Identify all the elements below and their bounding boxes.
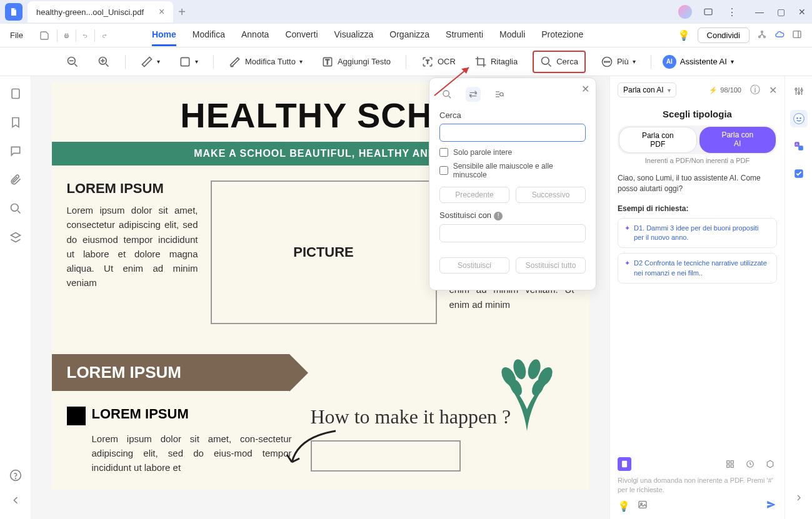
grid-icon[interactable] [723, 457, 737, 471]
search-mode-icon[interactable] [439, 87, 454, 102]
search-input[interactable] [439, 124, 586, 142]
svg-rect-26 [12, 89, 19, 99]
svg-text:T: T [426, 59, 429, 65]
collapse-icon[interactable] [9, 494, 22, 507]
undo-icon[interactable] [76, 29, 88, 42]
tab-modifica[interactable]: Modifica [193, 24, 225, 46]
search-tool[interactable]: Cerca [533, 51, 586, 73]
search-sidebar-icon[interactable] [9, 202, 22, 215]
document-tab[interactable]: healthy-green...ool_Unisci.pdf × [28, 1, 173, 22]
new-tab-button[interactable]: + [178, 5, 186, 19]
lightbulb-icon[interactable]: 💡 [678, 29, 690, 41]
tab-protezione[interactable]: Protezione [541, 24, 583, 46]
cloud-icon[interactable] [774, 29, 784, 42]
svg-point-58 [443, 91, 449, 96]
sliders-icon[interactable] [790, 82, 808, 100]
document-context-icon[interactable] [618, 457, 631, 471]
replace-button[interactable]: Sostituisci [439, 257, 509, 274]
replace-all-button[interactable]: Sostituisci tutto [516, 257, 586, 274]
more-tool[interactable]: Più▾ [597, 53, 639, 71]
picture-placeholder: PICTURE [211, 180, 437, 324]
checkmark-icon[interactable] [790, 165, 808, 182]
save-icon[interactable] [38, 29, 51, 42]
crop-tool[interactable]: Ritaglia [471, 53, 521, 71]
shape-tool[interactable]: ▾ [175, 53, 202, 71]
close-icon[interactable]: ✕ [797, 7, 807, 17]
ai-subtitle: Inerenti a PDF/Non inerenti a PDF [618, 157, 777, 164]
expand-icon[interactable] [790, 489, 808, 507]
settings-hex-icon[interactable] [763, 457, 777, 471]
zoom-in-button[interactable] [94, 53, 114, 71]
replace-mode-icon[interactable] [466, 87, 481, 102]
bookmarks-icon[interactable] [9, 116, 22, 129]
more-vertical-icon[interactable]: ⋮ [724, 4, 739, 19]
thumbnails-icon[interactable] [9, 87, 22, 100]
svg-point-52 [796, 117, 798, 119]
close-search-icon[interactable]: ✕ [581, 83, 589, 95]
svg-line-64 [503, 96, 503, 96]
toggle-pdf-mode[interactable]: Parla conPDF [619, 127, 697, 153]
svg-line-21 [549, 64, 551, 66]
comments-icon[interactable] [9, 145, 22, 157]
next-button[interactable]: Successivo [516, 187, 586, 203]
tab-annota[interactable]: Annota [241, 24, 269, 46]
image-icon[interactable] [638, 500, 648, 512]
column1-text: Lorem ipsum dolor sit amet, consectetur … [67, 203, 198, 290]
ai-mode-select[interactable]: Parla con AI▾ [618, 82, 676, 97]
attachments-icon[interactable] [9, 174, 22, 186]
app-logo-icon [5, 3, 23, 21]
add-text-tool[interactable]: TAggiungi Testo [318, 53, 394, 71]
close-tab-icon[interactable]: × [159, 6, 164, 17]
translate-icon[interactable]: A [790, 137, 808, 155]
lightbulb-small-icon[interactable]: 💡 [618, 500, 630, 512]
example-prompt-2[interactable]: ✦D2 Confronta le tecniche narrative util… [618, 253, 777, 284]
history-icon[interactable] [743, 457, 757, 471]
info-icon[interactable]: ! [494, 212, 503, 220]
replace-label: Sostituisci con! [439, 210, 586, 220]
tab-converti[interactable]: Converti [285, 24, 318, 46]
minimize-icon[interactable]: — [754, 7, 764, 17]
svg-line-11 [74, 64, 77, 66]
edit-all-tool[interactable]: Modifica Tutto▾ [225, 53, 306, 71]
user-avatar[interactable] [678, 5, 692, 19]
tab-moduli[interactable]: Moduli [499, 24, 525, 46]
tab-visualizza[interactable]: Visualizza [334, 24, 374, 46]
sparkle-icon: ✦ [624, 259, 630, 278]
toggle-ai-mode[interactable]: Parla conAI [699, 127, 776, 153]
svg-rect-55 [798, 146, 803, 151]
ai-assistant-button[interactable]: AIAssistente AI▾ [663, 55, 734, 69]
highlighter-tool[interactable]: ▾ [137, 53, 164, 71]
tab-organizza[interactable]: Organizza [389, 24, 429, 46]
close-ai-icon[interactable]: ✕ [769, 84, 777, 96]
maximize-icon[interactable]: ▢ [776, 7, 786, 17]
tab-strumenti[interactable]: Strumenti [446, 24, 483, 46]
svg-rect-39 [731, 461, 733, 463]
ocr-tool[interactable]: TOCR [418, 53, 459, 71]
svg-rect-37 [622, 461, 627, 468]
case-sensitive-checkbox[interactable]: Sensibile alle maiuscole e alle minuscol… [439, 162, 586, 179]
help-circle-icon[interactable]: ⓘ [750, 84, 760, 97]
replace-input[interactable] [439, 224, 586, 242]
redo-icon[interactable] [94, 29, 107, 42]
panel-icon[interactable] [792, 29, 802, 42]
whole-words-checkbox[interactable]: Solo parole intere [439, 148, 586, 157]
share-button[interactable]: Condividi [698, 27, 749, 43]
share-link-icon[interactable] [757, 29, 767, 42]
example-prompt-1[interactable]: ✦D1. Dammi 3 idee per dei buoni proposit… [618, 218, 777, 249]
ai-panel: Parla con AI▾ ⚡98/100 ⓘ ✕ Scegli tipolog… [609, 76, 784, 519]
help-icon[interactable] [9, 469, 22, 482]
tab-home[interactable]: Home [152, 24, 176, 46]
message-icon[interactable] [701, 4, 716, 19]
svg-point-24 [606, 61, 608, 62]
prev-button[interactable]: Precedente [439, 187, 509, 203]
svg-rect-38 [727, 461, 729, 463]
svg-point-30 [15, 478, 16, 479]
advanced-search-icon[interactable] [492, 87, 507, 102]
layers-icon[interactable] [9, 231, 22, 244]
ai-chat-icon[interactable] [790, 110, 808, 127]
print-icon[interactable] [57, 29, 69, 42]
file-menu[interactable]: File [10, 31, 23, 40]
send-icon[interactable] [766, 499, 777, 513]
ai-input-placeholder[interactable]: Rivolgi una domanda non inerente a PDF. … [618, 476, 777, 494]
zoom-out-button[interactable] [63, 53, 83, 71]
